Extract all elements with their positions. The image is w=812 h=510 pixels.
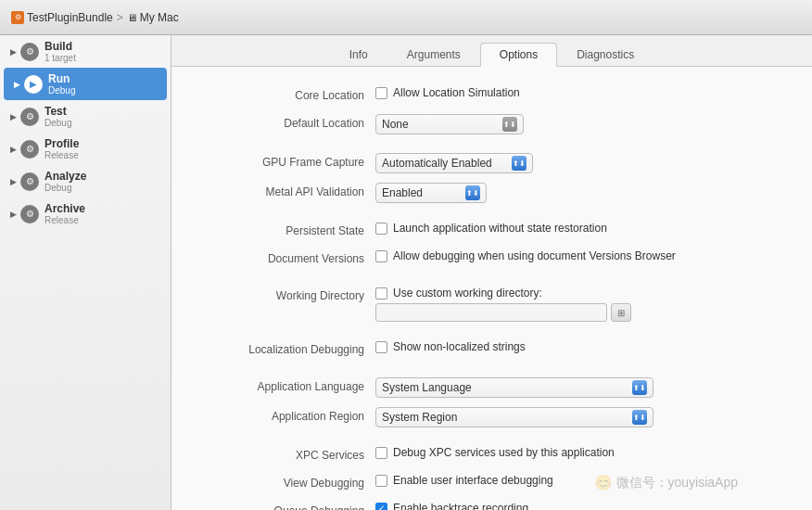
divider-5: [171, 363, 812, 373]
document-versions-control: Allow debugging when using document Vers…: [375, 249, 793, 262]
sidebar-item-archive-label: Archive: [44, 202, 85, 215]
application-language-arrow: ⬆⬇: [632, 380, 647, 395]
icon-analyze: ⚙: [20, 172, 39, 191]
default-location-arrow: ⬆⬇: [502, 117, 517, 132]
tab-info[interactable]: Info: [330, 43, 387, 67]
core-location-label: Core Location: [190, 86, 375, 105]
sidebar: ▶ ⚙ Build 1 target ▶ ▶ Run Debug ▶ ⚙ Tes…: [0, 35, 171, 510]
sidebar-item-analyze[interactable]: ▶ ⚙ Analyze Debug: [0, 165, 171, 198]
project-name[interactable]: TestPluginBundle: [27, 11, 113, 24]
icon-build: ⚙: [20, 43, 39, 61]
sidebar-item-profile-sub: Release: [44, 150, 79, 160]
document-versions-checkbox[interactable]: [375, 250, 387, 262]
gpu-frame-capture-control: Automatically Enabled ⬆⬇: [375, 153, 793, 173]
setting-row-default-location: Default Location None ⬆⬇: [171, 109, 812, 139]
divider-6: [171, 432, 812, 441]
application-region-value: System Region: [382, 411, 628, 424]
working-directory-control: Use custom working directory: ⊞: [375, 287, 793, 322]
setting-row-application-region: Application Region System Region ⬆⬇: [171, 402, 812, 432]
sidebar-item-archive[interactable]: ▶ ⚙ Archive Release: [0, 198, 171, 230]
view-debugging-checkbox[interactable]: [375, 475, 387, 487]
working-directory-checkbox-label: Use custom working directory:: [393, 287, 542, 300]
sidebar-item-profile[interactable]: ▶ ⚙ Profile Release: [0, 133, 171, 165]
queue-debugging-checkbox[interactable]: [375, 503, 387, 511]
application-language-value: System Language: [382, 381, 628, 394]
setting-row-working-directory: Working Directory Use custom working dir…: [171, 282, 812, 326]
application-region-control: System Region ⬆⬇: [375, 407, 793, 427]
gpu-frame-capture-dropdown[interactable]: Automatically Enabled ⬆⬇: [375, 153, 533, 173]
sidebar-item-analyze-label: Analyze: [44, 170, 86, 183]
application-language-label: Application Language: [190, 377, 375, 396]
sidebar-item-build[interactable]: ▶ ⚙ Build 1 target: [0, 35, 171, 68]
document-versions-label: Document Versions: [190, 249, 375, 268]
icon-profile: ⚙: [20, 140, 39, 159]
main-container: ▶ ⚙ Build 1 target ▶ ▶ Run Debug ▶ ⚙ Tes…: [0, 35, 812, 510]
localization-debugging-checkbox-label: Show non-localized strings: [393, 340, 526, 353]
divider-1: [171, 139, 812, 148]
device-icon: 🖥: [127, 12, 137, 23]
setting-row-persistent-state: Persistent State Launch application with…: [171, 217, 812, 245]
sidebar-item-archive-sub: Release: [44, 215, 85, 225]
application-region-label: Application Region: [190, 407, 375, 426]
persistent-state-checkbox-label: Launch application without state restora…: [393, 222, 607, 235]
gpu-frame-capture-value: Automatically Enabled: [382, 157, 508, 170]
sidebar-item-test-sub: Debug: [44, 118, 71, 128]
metal-api-validation-label: Metal API Validation: [190, 183, 375, 201]
localization-debugging-label: Localization Debugging: [190, 340, 375, 359]
persistent-state-control: Launch application without state restora…: [375, 222, 793, 235]
project-icon: ⚙: [11, 11, 24, 24]
icon-archive: ⚙: [20, 205, 39, 223]
application-region-dropdown[interactable]: System Region ⬆⬇: [375, 407, 653, 427]
view-debugging-control: Enable user interface debugging: [375, 474, 793, 487]
localization-debugging-checkbox[interactable]: [375, 341, 387, 353]
working-directory-checkbox[interactable]: [375, 287, 387, 300]
tab-diagnostics[interactable]: Diagnostics: [557, 43, 653, 67]
core-location-control: Allow Location Simulation: [375, 86, 793, 99]
default-location-value: None: [382, 118, 499, 131]
xpc-services-control: Debug XPC services used by this applicat…: [375, 446, 793, 459]
divider-2: [171, 208, 812, 217]
metal-api-validation-control: Enabled ⬆⬇: [375, 183, 793, 203]
metal-api-validation-value: Enabled: [382, 186, 462, 199]
persistent-state-checkbox[interactable]: [375, 223, 387, 235]
working-directory-label: Working Directory: [190, 287, 375, 305]
setting-row-view-debugging: View Debugging Enable user interface deb…: [171, 469, 812, 497]
setting-row-localization-debugging: Localization Debugging Show non-localize…: [171, 336, 812, 363]
setting-row-queue-debugging: Queue Debugging Enable backtrace recordi…: [171, 497, 812, 510]
sidebar-item-test[interactable]: ▶ ⚙ Test Debug: [0, 100, 171, 133]
core-location-checkbox[interactable]: [375, 87, 387, 99]
default-location-dropdown[interactable]: None ⬆⬇: [375, 114, 524, 134]
device-name[interactable]: My Mac: [140, 11, 179, 24]
document-versions-checkbox-label: Allow debugging when using document Vers…: [393, 249, 676, 262]
queue-debugging-checkbox-label: Enable backtrace recording: [393, 502, 528, 510]
setting-row-gpu-frame-capture: GPU Frame Capture Automatically Enabled …: [171, 148, 812, 178]
divider-3: [171, 273, 812, 282]
sidebar-item-test-label: Test: [44, 105, 71, 118]
icon-test: ⚙: [20, 108, 39, 126]
gpu-frame-capture-label: GPU Frame Capture: [190, 153, 375, 172]
setting-row-xpc-services: XPC Services Debug XPC services used by …: [171, 441, 812, 469]
persistent-state-label: Persistent State: [190, 222, 375, 240]
chevron-test: ▶: [7, 111, 19, 122]
application-language-control: System Language ⬆⬇: [375, 377, 793, 398]
settings-body: Core Location Allow Location Simulation …: [171, 67, 812, 510]
sidebar-item-build-sub: 1 target: [44, 53, 76, 63]
working-directory-input[interactable]: [375, 303, 607, 322]
application-language-dropdown[interactable]: System Language ⬆⬇: [375, 377, 653, 398]
tab-options[interactable]: Options: [480, 43, 557, 67]
content-area: Info Arguments Options Diagnostics Core …: [171, 35, 812, 510]
metal-api-validation-dropdown[interactable]: Enabled ⬆⬇: [375, 183, 487, 203]
xpc-services-label: XPC Services: [190, 446, 375, 465]
queue-debugging-control: Enable backtrace recording: [375, 502, 793, 510]
tab-bar: Info Arguments Options Diagnostics: [171, 35, 812, 67]
default-location-control: None ⬆⬇: [375, 114, 793, 134]
setting-row-document-versions: Document Versions Allow debugging when u…: [171, 245, 812, 273]
chevron-run: ▶: [11, 79, 22, 90]
view-debugging-checkbox-label: Enable user interface debugging: [393, 474, 553, 487]
sidebar-item-profile-label: Profile: [44, 137, 79, 150]
xpc-services-checkbox[interactable]: [375, 447, 387, 459]
sidebar-item-run[interactable]: ▶ ▶ Run Debug: [4, 68, 167, 100]
titlebar: ⚙ TestPluginBundle > 🖥 My Mac: [0, 0, 812, 35]
working-directory-browse-button[interactable]: ⊞: [611, 303, 631, 322]
tab-arguments[interactable]: Arguments: [387, 43, 480, 67]
